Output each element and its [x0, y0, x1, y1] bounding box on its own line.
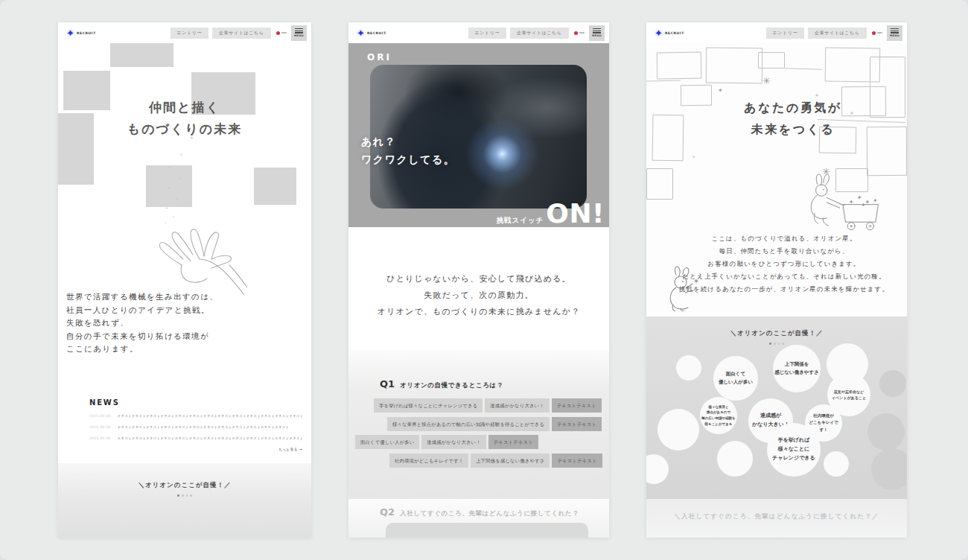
pride-bubble-empty — [871, 448, 907, 490]
flag-jp-icon — [872, 31, 876, 35]
hamburger-line — [593, 28, 601, 29]
burst-icon: ✳ — [762, 76, 771, 86]
pride-heading: ＼オリオンのここが自慢！／ — [646, 329, 907, 338]
tag-chip: 面白くて優しい人が多い — [355, 435, 419, 449]
flag-jp-icon — [276, 31, 280, 35]
lang-divider-icon — [877, 32, 882, 34]
star-icon: ＊ — [188, 136, 195, 142]
menu-button[interactable]: MENU — [589, 25, 605, 41]
q2-number: Q2 — [380, 506, 395, 518]
copy-line: たとえ上手くいかないことがあっても、それは新しい光の種。 — [661, 270, 907, 283]
hero-title: 仲間と描く ものづくりの未来 — [58, 97, 311, 140]
copy-line: 失敗を恐れず、 — [66, 316, 218, 330]
next-question-section: ＼入社してすぐのころ、先輩はどんなふうに接してくれた？／ — [646, 499, 907, 538]
star-icon: ＊ — [179, 153, 184, 159]
hero-title: あなたの勇気が 未来をつくる — [689, 97, 897, 140]
intro-copy: ひとりじゃないから、安心して飛び込める。 失敗だって、次の原動力。 オリオンで、… — [348, 271, 609, 320]
tag-chip: 手を挙げれば様々なことにチャレンジできる — [374, 398, 483, 413]
mockup-left: ✦ RECRUIT エントリー 企業サイトはこちら MENU 仲間と描く — [58, 22, 311, 538]
menu-button[interactable]: MENU — [887, 25, 902, 41]
site-logo[interactable]: ✦ RECRUIT — [357, 28, 386, 38]
star-icon: ✦ — [165, 207, 168, 210]
copy-line: 自分の手で未来を切り拓ける環境が — [66, 330, 218, 343]
copy-line: ひとりじゃないから、安心して飛び込める。 — [348, 271, 609, 287]
entry-button[interactable]: エントリー — [171, 28, 209, 39]
pride-bubble: 様々な業界と 接点があるので 幅の広い知識や経験を 得ることができる — [700, 397, 737, 434]
pride-bubble: 上下関係を 感じない働きやすさ — [773, 345, 821, 392]
hamburger-line — [295, 31, 303, 31]
intro-copy: ここは、ものづくりで溢れる、オリオン星。 毎日、仲間たちと手を取り合いながら、 … — [661, 232, 907, 296]
sparkle-icon: ✦ — [718, 88, 723, 94]
hero-ori-text: ORI — [367, 52, 392, 63]
news-section: NEWS 2025.00.00 テキストテキストテキストテキストテキストテキスト… — [89, 398, 302, 451]
pride-bubble-empty — [867, 413, 905, 451]
lang-divider-icon — [579, 32, 585, 34]
q2-question: 入社してすぐのころ、先輩はどんなふうに接してくれた？ — [400, 509, 579, 518]
pride-bubble: 面白くて 優しい人が多い — [713, 356, 758, 401]
next-section-preview — [386, 523, 588, 538]
entry-button[interactable]: エントリー — [468, 28, 507, 39]
pride-section: ＼オリオンのここが自慢！／ 面白くて 優しい人が多い 上下関係を 感じない働きや… — [646, 316, 907, 499]
carousel-dots[interactable] — [58, 494, 311, 497]
star-icon: ✦ — [168, 166, 171, 170]
hero-band: ORI あれ？ ワクワクしてる。 挑戦スイッチ ON! — [348, 43, 609, 227]
q2-heading: Q2 入社してすぐのころ、先輩はどんなふうに接してくれた？ — [380, 506, 609, 518]
hamburger-line — [593, 32, 601, 33]
tag-row: 社内環境がどこもキレイです！ 上下関係を感じない働きやすさ テキストテキスト — [389, 454, 609, 468]
entry-button[interactable]: エントリー — [766, 28, 805, 39]
menu-label: MENU — [294, 34, 304, 37]
copy-line: 挑戦を続けるあなたの一歩が、オリオン星の未来を輝かせます。 — [661, 283, 907, 296]
hero-title-line1: あなたの勇気が — [689, 97, 897, 118]
pride-bubble-empty — [879, 370, 906, 397]
tag-chip: 様々な業界と接点があるので幅の広い知識や経験を得ることができる — [387, 417, 550, 431]
site-logo[interactable]: ✦ RECRUIT — [655, 28, 684, 38]
corporate-site-button[interactable]: 企業サイトはこちら — [212, 28, 270, 39]
corporate-site-button[interactable]: 企業サイトはこちら — [808, 28, 866, 39]
pride-heading: ＼オリオンのここが自慢！／ — [58, 481, 311, 490]
hamburger-line — [295, 32, 303, 33]
pride-bubble-empty — [676, 355, 701, 381]
logo-text: RECRUIT — [367, 31, 386, 35]
logo-sparkle-icon: ✦ — [655, 28, 663, 38]
language-toggle[interactable] — [872, 31, 883, 35]
news-item[interactable]: 2025.00.00 テキストテキストテキストテキストテキストテキストテキストテ… — [89, 414, 302, 418]
tag-chip-placeholder: テキストテキスト — [488, 435, 538, 449]
pride-bubble: 手を挙げれば 様々なことに チャレンジできる — [767, 423, 821, 477]
news-item[interactable]: 2025.00.00 テキストテキストテキストテキストテキストテキストテキストテ… — [89, 436, 302, 440]
tag-chip: 達成感がかなり大きい！ — [421, 435, 485, 449]
sketch-line — [646, 80, 681, 82]
catch-line1: あれ？ — [361, 133, 455, 150]
pride-bubble-empty — [824, 451, 849, 477]
language-toggle[interactable] — [574, 31, 585, 35]
sketch-building — [657, 52, 701, 80]
hamburger-line — [891, 32, 899, 33]
language-toggle[interactable] — [276, 31, 287, 35]
carousel-dots[interactable] — [646, 343, 907, 345]
switch-label: 挑戦スイッチ — [496, 216, 544, 226]
corporate-site-button[interactable]: 企業サイトはこちら — [510, 28, 568, 39]
copy-line: 毎日、仲間たちと手を取り合いながら、 — [661, 245, 907, 258]
star-icon: ✦ — [168, 187, 171, 191]
photo-placeholder — [110, 42, 173, 67]
site-logo[interactable]: ✦ RECRUIT — [66, 28, 96, 38]
tag-row: 手を挙げれば様々なことにチャレンジできる 達成感がかなり大きい！ テキストテキス… — [374, 398, 609, 413]
pride-bubble-empty — [646, 454, 669, 484]
svg-text:✦: ✦ — [861, 201, 866, 209]
menu-button[interactable]: MENU — [291, 25, 307, 41]
rabbit-cart-illustration: ✦ ✦ ✦ ✦ — [801, 168, 889, 235]
tag-row: 面白くて優しい人が多い 達成感がかなり大きい！ テキストテキスト — [355, 435, 609, 449]
news-more-link[interactable]: もっと見る → — [89, 447, 302, 451]
sketch-building — [652, 115, 684, 162]
news-text: テキストテキストテキストテキストテキストテキストテキストテキストテキストテキスト… — [118, 425, 290, 429]
sketch-building — [758, 52, 785, 69]
news-item[interactable]: 2025.00.00 テキストテキストテキストテキストテキストテキストテキストテ… — [89, 425, 302, 429]
news-date: 2025.00.00 — [89, 425, 111, 429]
tag-chip-placeholder: テキストテキスト — [552, 398, 602, 413]
star-icon: ✧ — [179, 176, 182, 181]
copy-line: お客様の願いをひとつずつ形にしていきます。 — [661, 258, 907, 270]
challenge-switch: 挑戦スイッチ ON! — [496, 202, 605, 226]
svg-text:✦: ✦ — [849, 198, 854, 206]
hand-line-illustration — [136, 217, 247, 296]
news-text: テキストテキストテキストテキストテキストテキストテキストテキストテキストテキスト… — [118, 436, 302, 440]
news-date: 2025.00.00 — [89, 414, 111, 418]
